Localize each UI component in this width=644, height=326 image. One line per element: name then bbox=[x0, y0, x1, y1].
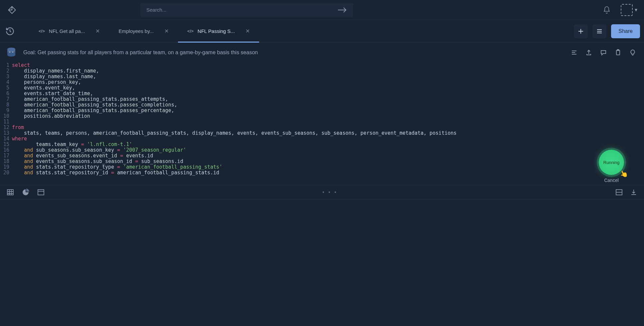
cancel-button[interactable]: Cancel bbox=[604, 178, 619, 183]
clipboard-icon[interactable] bbox=[611, 46, 625, 59]
search-box[interactable] bbox=[140, 3, 353, 17]
user-avatar bbox=[621, 4, 633, 16]
list-view-button[interactable] bbox=[592, 24, 606, 38]
format-icon[interactable] bbox=[567, 46, 581, 59]
loading-indicator: • • • bbox=[45, 189, 615, 195]
comment-icon[interactable] bbox=[597, 46, 610, 59]
chart-view-icon[interactable] bbox=[22, 189, 29, 196]
code-icon: </> bbox=[187, 29, 194, 34]
tab-2[interactable]: </>NFL Passing S...✕ bbox=[178, 20, 259, 43]
goal-text[interactable]: Goal: Get passing stats for all players … bbox=[23, 50, 567, 56]
svg-rect-5 bbox=[7, 190, 13, 195]
layout-icon[interactable] bbox=[615, 189, 623, 196]
code-icon: </> bbox=[39, 29, 45, 34]
svg-point-1 bbox=[9, 52, 11, 53]
chevron-down-icon: ▾ bbox=[635, 7, 637, 13]
search-input[interactable] bbox=[146, 7, 337, 13]
tab-1[interactable]: Employees by...✕ bbox=[109, 20, 178, 43]
sql-editor[interactable]: 1234567891011121314151617181920 select d… bbox=[0, 63, 644, 179]
tab-label: NFL Get all pa... bbox=[49, 28, 85, 34]
close-icon[interactable]: ✕ bbox=[95, 28, 100, 34]
close-icon[interactable]: ✕ bbox=[245, 28, 250, 34]
download-icon[interactable] bbox=[630, 189, 637, 196]
tab-label: NFL Passing S... bbox=[198, 28, 235, 34]
tab-bar: </>NFL Get all pa...✕Employees by...✕</>… bbox=[0, 20, 644, 43]
history-icon[interactable] bbox=[4, 25, 16, 37]
new-tab-button[interactable] bbox=[574, 24, 588, 38]
database-icon[interactable] bbox=[5, 46, 18, 59]
user-menu[interactable]: ▾ bbox=[621, 4, 637, 16]
search-submit-icon[interactable] bbox=[337, 7, 347, 13]
svg-point-2 bbox=[12, 52, 14, 53]
hint-icon[interactable] bbox=[626, 46, 639, 59]
goal-bar: Goal: Get passing stats for all players … bbox=[0, 43, 644, 63]
notifications-icon[interactable] bbox=[603, 6, 611, 14]
top-bar: ▾ bbox=[0, 0, 644, 20]
app-logo[interactable] bbox=[7, 5, 17, 15]
share-button[interactable]: Share bbox=[611, 24, 640, 38]
svg-rect-3 bbox=[616, 50, 620, 55]
export-icon[interactable] bbox=[582, 46, 595, 59]
run-button[interactable]: Running bbox=[599, 150, 624, 175]
close-icon[interactable]: ✕ bbox=[164, 28, 169, 34]
svg-rect-6 bbox=[38, 190, 44, 195]
tab-0[interactable]: </>NFL Get all pa...✕ bbox=[29, 20, 109, 43]
results-toolbar: • • • bbox=[0, 185, 644, 200]
tab-label: Employees by... bbox=[118, 28, 154, 34]
panel-view-icon[interactable] bbox=[37, 189, 45, 196]
run-area: Running Cancel bbox=[599, 150, 624, 183]
table-view-icon[interactable] bbox=[7, 189, 14, 196]
